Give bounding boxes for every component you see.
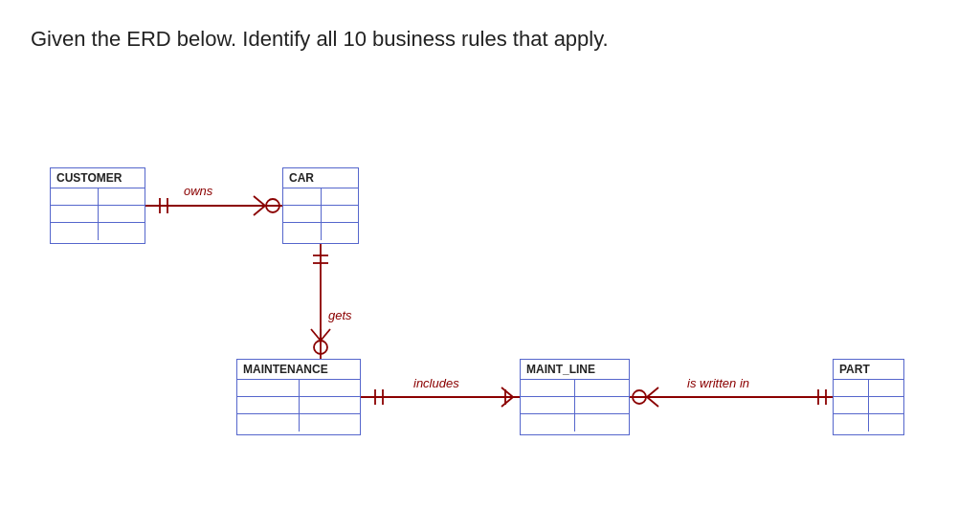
entity-customer-row2 [51, 206, 145, 223]
entity-customer-label: CUSTOMER [51, 168, 145, 188]
svg-line-4 [254, 196, 265, 206]
rel-includes-label: includes [413, 376, 459, 390]
svg-line-22 [647, 387, 658, 397]
entity-part-row2 [834, 397, 903, 414]
entity-car-col6 [322, 223, 359, 240]
entity-part: PART [833, 359, 904, 435]
entity-car-row2 [283, 206, 358, 223]
entity-customer-row3 [51, 223, 145, 240]
entity-maintenance-col1 [237, 380, 300, 396]
svg-point-21 [633, 390, 646, 404]
entity-maintenance-row3 [237, 414, 360, 432]
entity-part-col6 [869, 414, 903, 432]
entity-maintenance-label: MAINTENANCE [237, 360, 360, 380]
entity-customer: CUSTOMER [50, 167, 145, 244]
entity-maint-line-col4 [575, 397, 629, 413]
entity-part-label: PART [834, 360, 903, 380]
entity-part-row3 [834, 414, 903, 432]
entity-maint-line-row2 [521, 397, 629, 414]
entity-part-col3 [834, 397, 869, 413]
svg-line-11 [311, 329, 321, 341]
entity-maintenance-row1 [237, 380, 360, 397]
svg-line-19 [501, 397, 513, 407]
entity-maintenance-col4 [300, 397, 361, 413]
entity-car: CAR [282, 167, 359, 244]
entity-car-col1 [283, 188, 322, 205]
svg-line-18 [501, 387, 513, 397]
entity-car-row1 [283, 188, 358, 206]
entity-maint-line-col3 [521, 397, 575, 413]
instruction-text: Given the ERD below. Identify all 10 bus… [0, 0, 980, 52]
entity-car-label: CAR [283, 168, 358, 188]
entity-maint-line-col1 [521, 380, 575, 396]
rel-owns-label: owns [184, 184, 212, 198]
entity-maint-line-col2 [575, 380, 629, 396]
diagram-area: CUSTOMER CAR [0, 77, 980, 509]
entity-car-col2 [322, 188, 359, 205]
entity-car-col3 [283, 206, 322, 222]
rel-gets-label: gets [328, 308, 352, 322]
entity-maint-line-row1 [521, 380, 629, 397]
svg-point-10 [314, 341, 327, 354]
entity-car-col4 [322, 206, 359, 222]
svg-line-24 [647, 397, 658, 407]
entity-maintenance-col2 [300, 380, 361, 396]
entity-car-col5 [283, 223, 322, 240]
entity-customer-col1 [51, 188, 99, 205]
entity-maintenance-col6 [300, 414, 361, 432]
svg-line-6 [254, 206, 265, 215]
entity-part-col4 [869, 397, 903, 413]
connectors-svg [0, 77, 980, 509]
entity-part-col2 [869, 380, 903, 396]
entity-customer-col2 [99, 188, 145, 205]
entity-maintenance-row2 [237, 397, 360, 414]
entity-maintenance-col3 [237, 397, 300, 413]
entity-car-row3 [283, 223, 358, 240]
entity-maintenance-col5 [237, 414, 300, 432]
rel-is-written-in-label: is written in [687, 376, 749, 390]
entity-maint-line-label: MAINT_LINE [521, 360, 629, 380]
entity-maint-line-col6 [575, 414, 629, 432]
entity-customer-col3 [51, 206, 99, 222]
entity-customer-col5 [51, 223, 99, 240]
entity-customer-col6 [99, 223, 145, 240]
entity-maint-line-row3 [521, 414, 629, 432]
svg-line-13 [321, 329, 330, 341]
entity-part-col1 [834, 380, 869, 396]
entity-maint-line: MAINT_LINE [520, 359, 630, 435]
entity-maint-line-col5 [521, 414, 575, 432]
entity-part-col5 [834, 414, 869, 432]
entity-part-row1 [834, 380, 903, 397]
entity-customer-col4 [99, 206, 145, 222]
entity-customer-row1 [51, 188, 145, 206]
svg-point-3 [266, 199, 279, 212]
entity-maintenance: MAINTENANCE [236, 359, 361, 435]
